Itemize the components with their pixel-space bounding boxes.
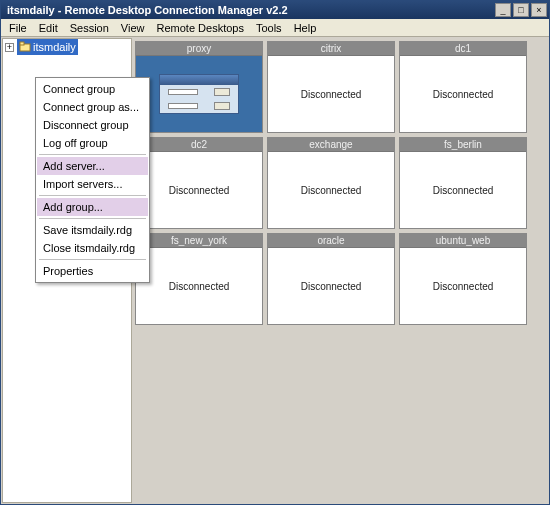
server-status-label: Disconnected [433,281,494,292]
server-thumbnail-header: proxy [136,42,262,56]
mini-field [168,89,198,95]
group-icon [19,41,31,53]
cm-separator [39,195,146,196]
remote-session-preview [159,74,239,114]
server-thumbnail-body [136,56,262,132]
server-thumbnail[interactable]: citrixDisconnected [267,41,395,133]
app-window: itsmdaily - Remote Desktop Connection Ma… [0,0,550,505]
menu-tools[interactable]: Tools [250,20,288,36]
mini-field [168,103,198,109]
server-thumbnail-body: Disconnected [136,152,262,228]
server-thumbnail-body: Disconnected [400,152,526,228]
server-thumbnail[interactable]: oracleDisconnected [267,233,395,325]
server-thumbnail-header: exchange [268,138,394,152]
server-thumbnail[interactable]: fs_new_yorkDisconnected [135,233,263,325]
server-thumbnail-header: oracle [268,234,394,248]
server-thumbnail-header: dc2 [136,138,262,152]
server-thumbnail-header: citrix [268,42,394,56]
cm-import-servers[interactable]: Import servers... [37,175,148,193]
mini-row [160,85,238,99]
tree-expander-icon[interactable]: + [5,43,14,52]
menu-edit[interactable]: Edit [33,20,64,36]
server-thumbnail-header: ubuntu_web [400,234,526,248]
window-title: itsmdaily - Remote Desktop Connection Ma… [3,4,495,16]
menu-file[interactable]: File [3,20,33,36]
server-thumbnail-body: Disconnected [268,56,394,132]
mini-titlebar [160,75,238,85]
cm-log-off-group[interactable]: Log off group [37,134,148,152]
cm-disconnect-group[interactable]: Disconnect group [37,116,148,134]
menu-session[interactable]: Session [64,20,115,36]
cm-add-server[interactable]: Add server... [37,157,148,175]
server-thumbnail-body: Disconnected [400,248,526,324]
cm-separator [39,259,146,260]
server-status-label: Disconnected [433,89,494,100]
menu-remote-desktops[interactable]: Remote Desktops [151,20,250,36]
maximize-button[interactable]: □ [513,3,529,17]
cm-connect-group[interactable]: Connect group [37,80,148,98]
server-thumbnail-body: Disconnected [400,56,526,132]
mini-button [214,102,230,110]
server-thumbnail[interactable]: fs_berlinDisconnected [399,137,527,229]
server-thumbnail-body: Disconnected [136,248,262,324]
server-thumbnail-body: Disconnected [268,152,394,228]
context-menu: Connect group Connect group as... Discon… [35,77,150,283]
content-pane: proxycitrixDisconnecteddc1Disconnecteddc… [133,37,549,504]
menu-view[interactable]: View [115,20,151,36]
server-thumbnail-header: fs_berlin [400,138,526,152]
server-thumbnail[interactable]: exchangeDisconnected [267,137,395,229]
server-thumbnail-header: fs_new_york [136,234,262,248]
window-controls: _ □ × [495,3,547,17]
server-grid: proxycitrixDisconnecteddc1Disconnecteddc… [135,41,547,325]
tree-root-node[interactable]: itsmdaily [17,39,78,55]
svg-rect-1 [20,42,24,45]
minimize-button[interactable]: _ [495,3,511,17]
cm-separator [39,154,146,155]
cm-connect-group-as[interactable]: Connect group as... [37,98,148,116]
menubar: File Edit Session View Remote Desktops T… [1,19,549,37]
menu-help[interactable]: Help [288,20,323,36]
cm-add-group[interactable]: Add group... [37,198,148,216]
body: + itsmdaily proxycitrixDisconnecteddc1Di… [1,37,549,504]
titlebar: itsmdaily - Remote Desktop Connection Ma… [1,1,549,19]
server-thumbnail-header: dc1 [400,42,526,56]
close-button[interactable]: × [531,3,547,17]
server-status-label: Disconnected [301,281,362,292]
cm-save-rdg[interactable]: Save itsmdaily.rdg [37,221,148,239]
cm-separator [39,218,146,219]
server-thumbnail[interactable]: ubuntu_webDisconnected [399,233,527,325]
server-status-label: Disconnected [169,281,230,292]
mini-row [160,99,238,113]
server-thumbnail-body: Disconnected [268,248,394,324]
server-status-label: Disconnected [433,185,494,196]
tree-root-label: itsmdaily [33,41,76,53]
server-status-label: Disconnected [169,185,230,196]
server-thumbnail[interactable]: dc1Disconnected [399,41,527,133]
server-status-label: Disconnected [301,89,362,100]
server-status-label: Disconnected [301,185,362,196]
server-thumbnail[interactable]: proxy [135,41,263,133]
cm-close-rdg[interactable]: Close itsmdaily.rdg [37,239,148,257]
mini-button [214,88,230,96]
cm-properties[interactable]: Properties [37,262,148,280]
server-thumbnail[interactable]: dc2Disconnected [135,137,263,229]
